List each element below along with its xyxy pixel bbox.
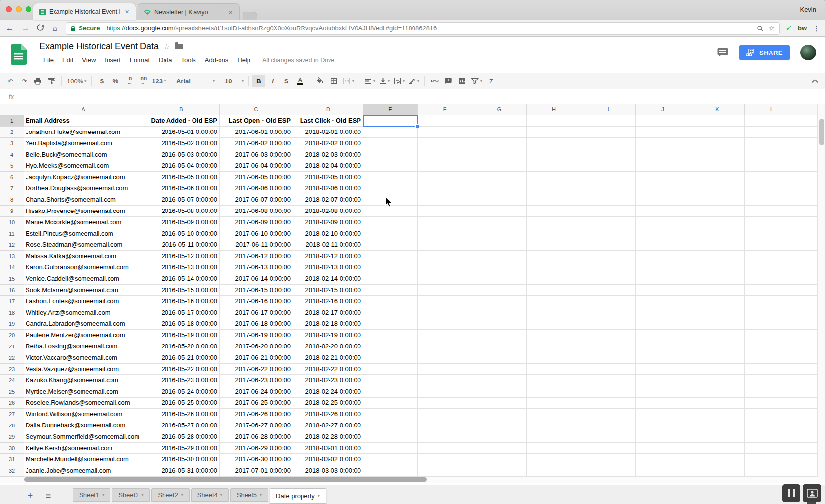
- cell-A13[interactable]: Malissa.Kafka@someemail.com: [24, 251, 143, 262]
- cell-K11[interactable]: [690, 228, 745, 239]
- cell-H9[interactable]: [527, 206, 581, 217]
- cell-E2[interactable]: [363, 127, 418, 138]
- forward-button[interactable]: →: [21, 24, 30, 33]
- cell-K9[interactable]: [690, 206, 745, 217]
- cell-L20[interactable]: [745, 330, 799, 341]
- cell-K18[interactable]: [690, 307, 745, 318]
- cell-B24[interactable]: 2016-05-23 0:00:00: [143, 375, 220, 386]
- cell-C6[interactable]: 2017-06-05 0:00:00: [220, 172, 293, 183]
- row-header-15[interactable]: 15: [0, 273, 24, 285]
- horizontal-align-select[interactable]: ▾: [363, 75, 377, 87]
- row-header-22[interactable]: 22: [0, 352, 24, 364]
- cell-L17[interactable]: [745, 296, 799, 307]
- cell-K4[interactable]: [690, 149, 745, 160]
- paint-format-button[interactable]: [45, 75, 58, 87]
- cell-B14[interactable]: 2016-05-13 0:00:00: [143, 262, 220, 273]
- save-status[interactable]: All changes saved in Drive: [262, 57, 334, 64]
- document-title[interactable]: Example Historical Event Data: [39, 41, 159, 52]
- cell-I23[interactable]: [581, 364, 636, 375]
- browser-tab-klaviyo[interactable]: Newsletter | Klaviyo ×: [138, 3, 240, 20]
- cell-I8[interactable]: [581, 194, 636, 206]
- cell-I4[interactable]: [581, 149, 636, 160]
- cell-A27[interactable]: Winford.Willison@someemail.com: [24, 409, 143, 420]
- cell-G13[interactable]: [472, 251, 527, 262]
- column-header-K[interactable]: K: [690, 104, 745, 115]
- cell-I5[interactable]: [581, 160, 636, 172]
- back-button[interactable]: ←: [5, 24, 15, 33]
- cell-H2[interactable]: [527, 127, 581, 138]
- cell-G12[interactable]: [472, 239, 527, 251]
- cell-C8[interactable]: 2017-06-07 0:00:00: [220, 194, 293, 206]
- column-header-H[interactable]: H: [527, 104, 581, 115]
- cell-K10[interactable]: [690, 217, 745, 228]
- chevron-down-icon[interactable]: ▾: [141, 493, 143, 497]
- cell-J25[interactable]: [636, 386, 690, 398]
- cell-E7[interactable]: [363, 183, 418, 194]
- cell-L26[interactable]: [745, 398, 799, 409]
- cell-G16[interactable]: [472, 285, 527, 296]
- cell-K8[interactable]: [690, 194, 745, 206]
- cell-D13[interactable]: 2018-02-12 0:00:00: [293, 251, 363, 262]
- cell-L1[interactable]: [745, 115, 799, 127]
- cell-A2[interactable]: Jonathon.Fluke@someemail.com: [24, 127, 143, 138]
- menu-file[interactable]: File: [39, 55, 57, 65]
- cell-I14[interactable]: [581, 262, 636, 273]
- column-header-L[interactable]: L: [745, 104, 799, 115]
- row-header-2[interactable]: 2: [0, 127, 24, 138]
- cell-I15[interactable]: [581, 273, 636, 285]
- cell-D19[interactable]: 2018-02-18 0:00:00: [293, 318, 363, 330]
- cell-L12[interactable]: [745, 239, 799, 251]
- cell-L7[interactable]: [745, 183, 799, 194]
- cell-J4[interactable]: [636, 149, 690, 160]
- cell-K6[interactable]: [690, 172, 745, 183]
- cell-G26[interactable]: [472, 398, 527, 409]
- cell-F13[interactable]: [418, 251, 472, 262]
- cell-D6[interactable]: 2018-02-05 0:00:00: [293, 172, 363, 183]
- row-header-7[interactable]: 7: [0, 183, 24, 194]
- cell-L21[interactable]: [745, 341, 799, 352]
- cell-I3[interactable]: [581, 138, 636, 149]
- cell-E16[interactable]: [363, 285, 418, 296]
- cell-D9[interactable]: 2018-02-08 0:00:00: [293, 206, 363, 217]
- cell-A30[interactable]: Kellye.Kersh@someemail.com: [24, 443, 143, 454]
- column-header-C[interactable]: C: [220, 104, 293, 115]
- cell-F24[interactable]: [418, 375, 472, 386]
- cell-J23[interactable]: [636, 364, 690, 375]
- cell-E24[interactable]: [363, 375, 418, 386]
- cell-H30[interactable]: [527, 443, 581, 454]
- cell-F27[interactable]: [418, 409, 472, 420]
- cell-D26[interactable]: 2018-02-25 0:00:00: [293, 398, 363, 409]
- column-header-A[interactable]: A: [24, 104, 143, 115]
- cell-H8[interactable]: [527, 194, 581, 206]
- column-header-F[interactable]: F: [418, 104, 472, 115]
- cell-E25[interactable]: [363, 386, 418, 398]
- close-window-button[interactable]: [6, 6, 12, 12]
- cell-E14[interactable]: [363, 262, 418, 273]
- cell-D2[interactable]: 2018-02-01 0:00:00: [293, 127, 363, 138]
- cell-J32[interactable]: [636, 465, 690, 477]
- cell-A3[interactable]: Yen.Baptista@someemail.com: [24, 138, 143, 149]
- cell-G24[interactable]: [472, 375, 527, 386]
- cell-D11[interactable]: 2018-02-10 0:00:00: [293, 228, 363, 239]
- cell-H10[interactable]: [527, 217, 581, 228]
- cell-K5[interactable]: [690, 160, 745, 172]
- row-header-6[interactable]: 6: [0, 172, 24, 183]
- menu-format[interactable]: Format: [126, 55, 154, 65]
- add-sheet-button[interactable]: +: [24, 491, 37, 501]
- cell-C18[interactable]: 2017-06-17 0:00:00: [220, 307, 293, 318]
- cell-L18[interactable]: [745, 307, 799, 318]
- cell-C20[interactable]: 2017-06-19 0:00:00: [220, 330, 293, 341]
- cell-C1[interactable]: Last Open - Old ESP: [220, 115, 293, 127]
- functions-button[interactable]: Σ: [485, 75, 497, 87]
- home-button[interactable]: ⌂: [50, 24, 60, 33]
- cell-B8[interactable]: 2016-05-07 0:00:00: [143, 194, 220, 206]
- cell-I32[interactable]: [581, 465, 636, 477]
- cell-K2[interactable]: [690, 127, 745, 138]
- cell-E6[interactable]: [363, 172, 418, 183]
- cell-A20[interactable]: Paulene.Mentzer@someemail.com: [24, 330, 143, 341]
- text-wrap-select[interactable]: ▾: [392, 75, 406, 87]
- cell-I24[interactable]: [581, 375, 636, 386]
- cell-J6[interactable]: [636, 172, 690, 183]
- cell-I2[interactable]: [581, 127, 636, 138]
- collapse-toolbar-button[interactable]: [808, 75, 821, 87]
